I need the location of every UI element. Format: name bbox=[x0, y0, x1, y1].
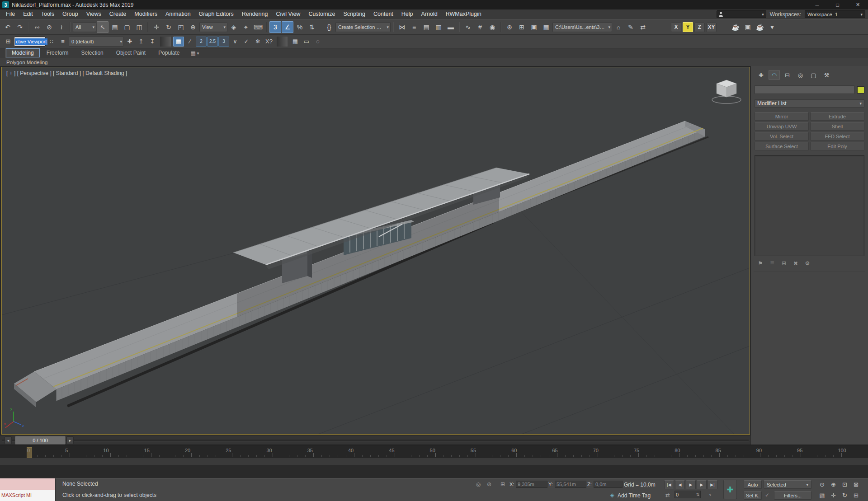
previous-frame-button[interactable]: ◀ bbox=[675, 480, 685, 489]
material-editor-icon[interactable]: ◉ bbox=[486, 21, 498, 33]
curve-editor-icon[interactable]: ∿ bbox=[462, 21, 474, 33]
orbit-icon[interactable]: ↻ bbox=[839, 490, 850, 501]
track-bar-ruler[interactable]: 0510152025303540455055606570758085909510… bbox=[0, 445, 868, 458]
tab-object-paint[interactable]: Object Paint bbox=[110, 48, 152, 58]
select-object-icon[interactable]: ↖ bbox=[97, 21, 108, 33]
go-to-start-button[interactable]: |◀ bbox=[664, 480, 674, 489]
render-setup-icon[interactable]: ☕ bbox=[730, 21, 741, 33]
view-cube[interactable] bbox=[711, 76, 742, 105]
time-slider-handle[interactable]: 0 / 100 bbox=[15, 436, 66, 445]
schematic-view-icon[interactable]: # bbox=[474, 21, 486, 33]
endpoint-snap-icon[interactable]: ✓ bbox=[241, 37, 252, 47]
scene-explorer-icon[interactable]: ▥ bbox=[433, 21, 444, 33]
rendered-frame-icon[interactable]: ▣ bbox=[742, 21, 754, 33]
menu-item[interactable]: Arnold bbox=[417, 9, 442, 19]
modifier-button[interactable]: Vol. Select bbox=[755, 132, 809, 140]
snaps-toggle-icon[interactable]: 3 bbox=[269, 21, 281, 33]
remove-modifier-icon[interactable]: ✖ bbox=[792, 259, 800, 267]
tab-freeform[interactable]: Freeform bbox=[40, 48, 75, 58]
key-mode-toggle[interactable]: ⇄ bbox=[663, 491, 672, 500]
project-folder-combo[interactable]: C:\Users\Us...ents\3dsMax bbox=[552, 22, 612, 32]
y-coordinate-field[interactable]: 55,541m bbox=[555, 481, 586, 488]
menu-item[interactable]: Help bbox=[397, 9, 417, 19]
named-selection-sets-icon[interactable]: {} bbox=[323, 21, 335, 33]
minimize-button[interactable]: ─ bbox=[807, 0, 827, 9]
track-dots-icon[interactable]: ∷ bbox=[46, 37, 57, 47]
tab-modeling[interactable]: Modeling bbox=[5, 48, 40, 58]
display-tab[interactable]: ▢ bbox=[808, 70, 819, 80]
select-and-rotate-icon[interactable]: ↻ bbox=[163, 21, 175, 33]
workspace-dropdown[interactable]: Workspace_1 ▾ bbox=[805, 10, 865, 18]
modifier-stack-list[interactable] bbox=[755, 155, 864, 256]
reference-coordinate-combo[interactable]: View bbox=[199, 22, 227, 32]
menu-item[interactable]: Civil View bbox=[272, 9, 304, 19]
configure-modifier-sets-icon[interactable]: ⚙ bbox=[803, 259, 811, 267]
make-unique-icon[interactable]: ⊞ bbox=[780, 259, 788, 267]
add-time-tag[interactable]: Add Time Tag bbox=[618, 492, 651, 499]
modifier-button[interactable]: Unwrap UVW bbox=[755, 122, 809, 131]
close-button[interactable]: ✕ bbox=[848, 0, 868, 9]
maximize-viewport-icon[interactable]: ⊞ bbox=[850, 490, 862, 501]
next-frame-arrow[interactable]: ▸ bbox=[66, 436, 74, 444]
zoom-region-icon[interactable]: ▧ bbox=[816, 490, 828, 501]
menu-item[interactable]: Content bbox=[369, 9, 397, 19]
modify-tab[interactable]: ◠ bbox=[769, 70, 780, 80]
modifier-button[interactable]: Edit Poly bbox=[810, 142, 864, 150]
selection-region-icon[interactable]: ▢ bbox=[121, 21, 133, 33]
align-icon[interactable]: ≡ bbox=[408, 21, 420, 33]
select-by-name-icon[interactable]: ▤ bbox=[109, 21, 121, 33]
next-frame-button[interactable]: ▶ bbox=[697, 480, 707, 489]
dotted-circle-icon[interactable]: ◌ bbox=[312, 37, 323, 47]
tab-populate[interactable]: Populate bbox=[152, 48, 186, 58]
menu-item[interactable]: RWMaxPlugin bbox=[442, 9, 486, 19]
menu-item[interactable]: File bbox=[2, 9, 19, 19]
menu-item[interactable]: Graph Editors bbox=[195, 9, 238, 19]
select-and-place-icon[interactable]: ⊕ bbox=[187, 21, 199, 33]
set-key-button[interactable]: Set K. bbox=[744, 491, 762, 500]
zoom-extents-all-icon[interactable]: ⊠ bbox=[850, 479, 862, 490]
select-and-move-icon[interactable]: ✛ bbox=[151, 21, 162, 33]
play-button[interactable]: ▶ bbox=[686, 480, 696, 489]
sign-in-dropdown[interactable]: ▾ bbox=[717, 10, 766, 18]
select-and-link-icon[interactable]: ∾ bbox=[31, 21, 43, 33]
show-end-result-icon[interactable]: ≣ bbox=[768, 259, 776, 267]
selection-filter-combo[interactable]: All bbox=[73, 22, 96, 32]
menu-item[interactable]: Animation bbox=[161, 9, 195, 19]
polygon-modeling-panel[interactable]: Polygon Modeling bbox=[0, 60, 47, 65]
window-crossing-icon[interactable]: ◫ bbox=[133, 21, 145, 33]
ribbon-display-toggle[interactable]: ▦ ▾ bbox=[191, 49, 199, 58]
viewport-layout-tabs-icon[interactable]: ⊞ bbox=[3, 37, 14, 47]
key-filters-icon[interactable]: ✓ bbox=[763, 491, 772, 500]
set-project-folder-icon[interactable]: ⌂ bbox=[613, 21, 624, 33]
perspective-viewport[interactable]: [ + ] [ Perspective ] [ Standard ] [ Def… bbox=[1, 67, 750, 435]
object-color-swatch[interactable] bbox=[857, 86, 864, 94]
civil-view-icon[interactable]: ⊛ bbox=[504, 21, 515, 33]
snap-axis-constraint-icon[interactable]: X? bbox=[264, 37, 274, 47]
modifier-button[interactable]: Shell bbox=[810, 122, 864, 131]
create-layer-icon[interactable]: ✚ bbox=[124, 37, 135, 47]
select-layer-objects-icon[interactable]: ↧ bbox=[147, 37, 158, 47]
use-pivot-center-icon[interactable]: ◈ bbox=[228, 21, 240, 33]
snap-slash-icon[interactable]: ∕ bbox=[184, 37, 195, 47]
auto-key-button[interactable]: Auto bbox=[744, 480, 762, 489]
zoom-extents-icon[interactable]: ⊡ bbox=[839, 479, 850, 490]
absolute-mode-toggle[interactable]: ⊞ bbox=[498, 480, 507, 489]
time-configuration-button[interactable]: ◔ bbox=[705, 491, 714, 500]
unlink-selection-icon[interactable]: ⊘ bbox=[43, 21, 55, 33]
macro-recorder-pane[interactable] bbox=[0, 478, 55, 490]
civil-view-grid-icon[interactable]: ⊞ bbox=[516, 21, 528, 33]
frame-spinner[interactable]: ⇅ bbox=[696, 492, 699, 497]
filters-button[interactable]: Filters... bbox=[774, 491, 811, 500]
modifier-button[interactable]: Surface Select bbox=[755, 142, 809, 150]
key-filter-dropdown[interactable]: Selected bbox=[764, 480, 811, 489]
hierarchy-tab[interactable]: ⊟ bbox=[782, 70, 793, 80]
select-and-manipulate-icon[interactable]: ⌖ bbox=[240, 21, 252, 33]
create-tab[interactable]: ✚ bbox=[755, 70, 767, 80]
restrict-z-button[interactable]: Z bbox=[694, 22, 705, 32]
list-view-icon[interactable]: ≡ bbox=[57, 37, 68, 47]
bind-to-space-warp-icon[interactable]: ≀ bbox=[56, 21, 67, 33]
menu-item[interactable]: Customize bbox=[304, 9, 339, 19]
layer-manager-icon[interactable]: ▤ bbox=[420, 21, 432, 33]
measure-icon[interactable]: ▭ bbox=[301, 37, 312, 47]
go-to-end-button[interactable]: ▶| bbox=[708, 480, 717, 489]
